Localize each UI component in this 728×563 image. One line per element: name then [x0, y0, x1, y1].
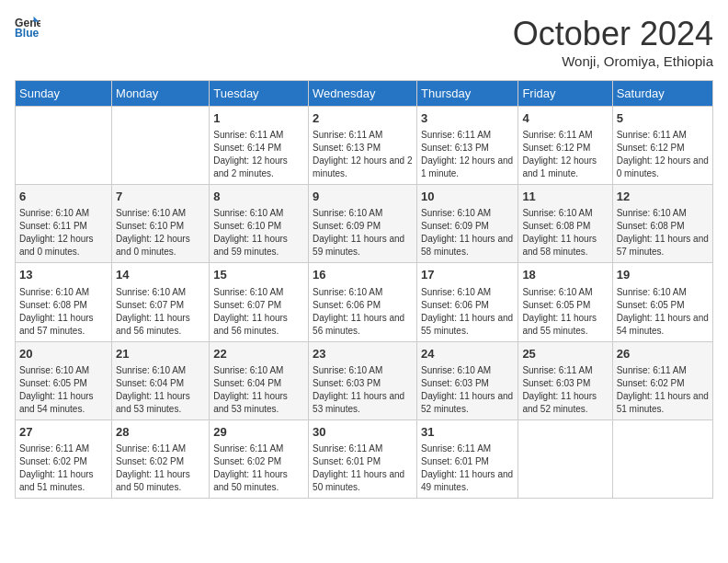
day-info: Sunrise: 6:10 AM Sunset: 6:06 PM Dayligh… [313, 286, 413, 338]
day-cell: 29Sunrise: 6:11 AM Sunset: 6:02 PM Dayli… [210, 419, 309, 498]
header-day-wednesday: Wednesday [309, 81, 417, 107]
day-number: 3 [421, 110, 514, 127]
day-cell: 6Sunrise: 6:10 AM Sunset: 6:11 PM Daylig… [16, 185, 112, 263]
day-number: 22 [213, 346, 304, 362]
day-number: 1 [213, 110, 304, 127]
day-info: Sunrise: 6:10 AM Sunset: 6:08 PM Dayligh… [617, 207, 709, 259]
day-number: 15 [213, 267, 304, 283]
day-cell: 28Sunrise: 6:11 AM Sunset: 6:02 PM Dayli… [112, 419, 210, 498]
day-number: 18 [522, 267, 608, 283]
page-header: General Blue October 2024 Wonji, Oromiya… [15, 15, 713, 69]
day-cell: 13Sunrise: 6:10 AM Sunset: 6:08 PM Dayli… [16, 263, 112, 341]
day-cell: 7Sunrise: 6:10 AM Sunset: 6:10 PM Daylig… [112, 185, 210, 263]
day-info: Sunrise: 6:10 AM Sunset: 6:07 PM Dayligh… [116, 286, 205, 338]
day-cell: 11Sunrise: 6:10 AM Sunset: 6:08 PM Dayli… [518, 185, 612, 263]
calendar-table: SundayMondayTuesdayWednesdayThursdayFrid… [15, 80, 713, 499]
day-cell: 30Sunrise: 6:11 AM Sunset: 6:01 PM Dayli… [309, 419, 417, 498]
day-cell: 20Sunrise: 6:10 AM Sunset: 6:05 PM Dayli… [16, 341, 112, 419]
day-cell: 1Sunrise: 6:11 AM Sunset: 6:14 PM Daylig… [210, 107, 309, 185]
day-number: 25 [522, 346, 608, 362]
day-number: 9 [313, 189, 413, 205]
day-info: Sunrise: 6:10 AM Sunset: 6:09 PM Dayligh… [421, 207, 514, 259]
day-cell: 21Sunrise: 6:10 AM Sunset: 6:04 PM Dayli… [112, 341, 210, 419]
day-cell: 3Sunrise: 6:11 AM Sunset: 6:13 PM Daylig… [417, 107, 518, 185]
day-number: 13 [19, 267, 108, 283]
day-number: 19 [617, 267, 709, 283]
day-cell: 15Sunrise: 6:10 AM Sunset: 6:07 PM Dayli… [210, 263, 309, 341]
day-info: Sunrise: 6:11 AM Sunset: 6:02 PM Dayligh… [19, 442, 108, 494]
day-info: Sunrise: 6:10 AM Sunset: 6:08 PM Dayligh… [19, 286, 108, 338]
day-info: Sunrise: 6:11 AM Sunset: 6:02 PM Dayligh… [617, 364, 709, 416]
week-row-2: 13Sunrise: 6:10 AM Sunset: 6:08 PM Dayli… [16, 263, 713, 341]
location: Wonji, Oromiya, Ethiopia [513, 53, 713, 69]
day-cell: 17Sunrise: 6:10 AM Sunset: 6:06 PM Dayli… [417, 263, 518, 341]
day-number: 23 [313, 346, 413, 362]
header-day-thursday: Thursday [417, 81, 518, 107]
day-info: Sunrise: 6:11 AM Sunset: 6:13 PM Dayligh… [313, 129, 413, 180]
day-number: 14 [116, 267, 205, 283]
day-info: Sunrise: 6:10 AM Sunset: 6:10 PM Dayligh… [116, 207, 205, 259]
day-info: Sunrise: 6:10 AM Sunset: 6:04 PM Dayligh… [213, 364, 304, 416]
header-row: SundayMondayTuesdayWednesdayThursdayFrid… [16, 81, 713, 107]
header-day-friday: Friday [518, 81, 612, 107]
day-cell: 23Sunrise: 6:10 AM Sunset: 6:03 PM Dayli… [309, 341, 417, 419]
day-number: 28 [116, 424, 205, 441]
day-info: Sunrise: 6:10 AM Sunset: 6:06 PM Dayligh… [421, 286, 514, 338]
day-cell: 25Sunrise: 6:11 AM Sunset: 6:03 PM Dayli… [518, 341, 612, 419]
day-info: Sunrise: 6:10 AM Sunset: 6:03 PM Dayligh… [421, 364, 514, 416]
logo: General Blue [15, 15, 40, 40]
day-info: Sunrise: 6:10 AM Sunset: 6:07 PM Dayligh… [213, 286, 304, 338]
title-block: October 2024 Wonji, Oromiya, Ethiopia [513, 15, 713, 69]
day-cell: 8Sunrise: 6:10 AM Sunset: 6:10 PM Daylig… [210, 185, 309, 263]
logo-icon: General Blue [15, 15, 40, 40]
day-info: Sunrise: 6:10 AM Sunset: 6:05 PM Dayligh… [522, 286, 608, 338]
day-info: Sunrise: 6:11 AM Sunset: 6:02 PM Dayligh… [116, 442, 205, 494]
day-number: 29 [213, 424, 304, 441]
day-cell: 4Sunrise: 6:11 AM Sunset: 6:12 PM Daylig… [518, 107, 612, 185]
day-info: Sunrise: 6:11 AM Sunset: 6:02 PM Dayligh… [213, 442, 304, 494]
day-number: 11 [522, 189, 608, 205]
day-cell [518, 419, 612, 498]
day-info: Sunrise: 6:11 AM Sunset: 6:14 PM Dayligh… [213, 129, 304, 180]
day-info: Sunrise: 6:10 AM Sunset: 6:10 PM Dayligh… [213, 207, 304, 259]
day-number: 24 [421, 346, 514, 362]
header-day-saturday: Saturday [612, 81, 712, 107]
day-info: Sunrise: 6:10 AM Sunset: 6:11 PM Dayligh… [19, 207, 108, 259]
day-number: 10 [421, 189, 514, 205]
day-number: 8 [213, 189, 304, 205]
day-info: Sunrise: 6:11 AM Sunset: 6:01 PM Dayligh… [421, 442, 514, 494]
day-number: 21 [116, 346, 205, 362]
day-info: Sunrise: 6:11 AM Sunset: 6:01 PM Dayligh… [313, 442, 413, 494]
day-info: Sunrise: 6:10 AM Sunset: 6:08 PM Dayligh… [522, 207, 608, 259]
day-info: Sunrise: 6:11 AM Sunset: 6:13 PM Dayligh… [421, 129, 514, 180]
day-number: 6 [19, 189, 108, 205]
day-number: 4 [522, 110, 608, 127]
month-title: October 2024 [513, 15, 713, 53]
week-row-3: 20Sunrise: 6:10 AM Sunset: 6:05 PM Dayli… [16, 341, 713, 419]
header-day-monday: Monday [112, 81, 210, 107]
day-cell [16, 107, 112, 185]
day-number: 31 [421, 424, 514, 441]
day-cell: 31Sunrise: 6:11 AM Sunset: 6:01 PM Dayli… [417, 419, 518, 498]
day-number: 27 [19, 424, 108, 441]
day-number: 5 [617, 110, 709, 127]
day-cell [612, 419, 712, 498]
day-cell: 22Sunrise: 6:10 AM Sunset: 6:04 PM Dayli… [210, 341, 309, 419]
day-cell: 19Sunrise: 6:10 AM Sunset: 6:05 PM Dayli… [612, 263, 712, 341]
day-number: 17 [421, 267, 514, 283]
day-number: 16 [313, 267, 413, 283]
day-cell: 10Sunrise: 6:10 AM Sunset: 6:09 PM Dayli… [417, 185, 518, 263]
svg-text:Blue: Blue [15, 27, 40, 40]
day-info: Sunrise: 6:10 AM Sunset: 6:03 PM Dayligh… [313, 364, 413, 416]
day-number: 7 [116, 189, 205, 205]
header-day-sunday: Sunday [16, 81, 112, 107]
day-number: 20 [19, 346, 108, 362]
week-row-1: 6Sunrise: 6:10 AM Sunset: 6:11 PM Daylig… [16, 185, 713, 263]
day-info: Sunrise: 6:10 AM Sunset: 6:05 PM Dayligh… [19, 364, 108, 416]
day-cell: 5Sunrise: 6:11 AM Sunset: 6:12 PM Daylig… [612, 107, 712, 185]
day-cell: 26Sunrise: 6:11 AM Sunset: 6:02 PM Dayli… [612, 341, 712, 419]
day-cell: 24Sunrise: 6:10 AM Sunset: 6:03 PM Dayli… [417, 341, 518, 419]
day-cell: 12Sunrise: 6:10 AM Sunset: 6:08 PM Dayli… [612, 185, 712, 263]
day-info: Sunrise: 6:11 AM Sunset: 6:12 PM Dayligh… [617, 129, 709, 180]
day-info: Sunrise: 6:10 AM Sunset: 6:04 PM Dayligh… [116, 364, 205, 416]
